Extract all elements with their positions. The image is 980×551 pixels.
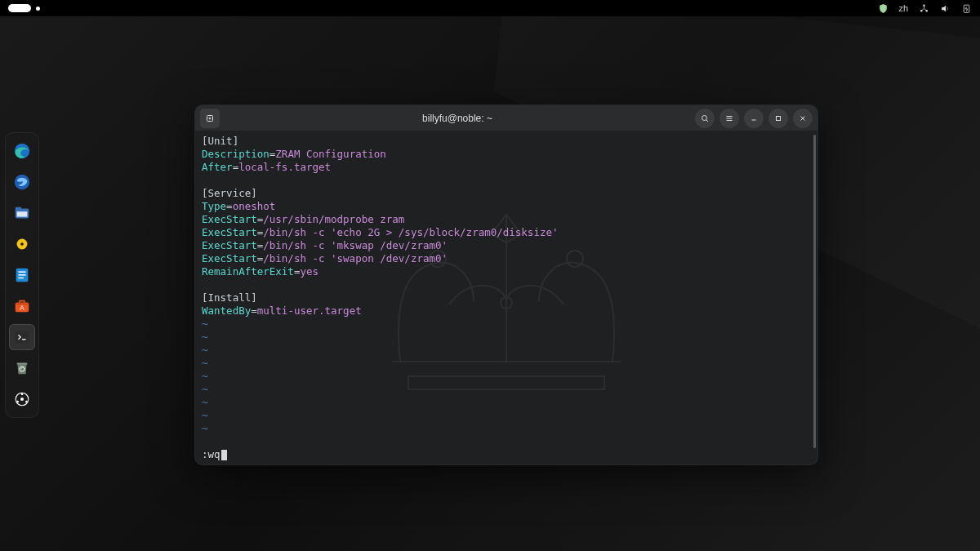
dock-item-trash[interactable] [9, 355, 35, 381]
dock-item-edge[interactable] [9, 138, 35, 164]
section-unit: [Unit] [202, 135, 238, 147]
terminal-window: billyfu@noble: ~ [194, 104, 818, 465]
vim-tilde: ~ [202, 318, 208, 330]
key-exec4: ExecStart [202, 252, 257, 264]
vim-tilde: ~ [202, 331, 208, 343]
vim-tilde: ~ [202, 422, 208, 434]
dock-item-terminal[interactable] [9, 324, 35, 350]
val-type: oneshot [233, 200, 276, 212]
val-exec1: /usr/sbin/modprobe zram [263, 213, 404, 225]
volume-icon[interactable] [939, 2, 951, 14]
svg-point-23 [20, 398, 24, 401]
hamburger-menu-button[interactable] [719, 109, 739, 128]
dock-item-software[interactable]: A [9, 293, 35, 319]
key-wantedby: WantedBy [202, 304, 251, 317]
activities-pill [8, 4, 31, 12]
vim-tilde: ~ [202, 357, 208, 369]
editor-content: [Unit] Description=ZRAM Configuration Af… [202, 135, 813, 448]
dock-item-thunderbird[interactable] [9, 169, 35, 195]
svg-rect-13 [18, 271, 25, 272]
vim-command-text: :wq [202, 448, 220, 461]
svg-rect-19 [17, 363, 28, 365]
svg-point-11 [20, 242, 24, 246]
val-exec2: /bin/sh -c 'echo 2G > /sys/block/zram0/d… [263, 226, 558, 238]
svg-point-24 [21, 393, 24, 395]
maximize-button[interactable] [768, 109, 788, 128]
vim-tilde: ~ [202, 409, 208, 421]
key-remain: RemainAfterExit [202, 265, 294, 278]
window-title: billyfu@noble: ~ [220, 113, 695, 124]
titlebar[interactable]: billyfu@noble: ~ [195, 105, 817, 131]
shield-icon[interactable] [877, 2, 889, 14]
val-wantedby: multi-user.target [257, 304, 362, 317]
search-button[interactable] [695, 109, 715, 128]
dock-item-show-apps[interactable] [9, 386, 35, 412]
section-service: [Service] [202, 187, 257, 199]
svg-rect-15 [18, 278, 23, 278]
vim-tilde: ~ [202, 344, 208, 356]
val-description: ZRAM Configuration [275, 148, 385, 160]
dock: A [5, 132, 39, 418]
svg-rect-18 [16, 331, 29, 344]
network-icon[interactable] [918, 2, 929, 14]
input-method-indicator[interactable]: zh [898, 3, 908, 13]
activities-dot [36, 7, 40, 11]
power-icon[interactable] [960, 2, 972, 14]
val-exec4: /bin/sh -c 'swapon /dev/zram0' [263, 252, 448, 264]
key-exec1: ExecStart [202, 213, 257, 225]
svg-point-25 [25, 401, 28, 403]
terminal-body[interactable]: [Unit] Description=ZRAM Configuration Af… [195, 131, 817, 464]
vim-tilde: ~ [202, 396, 208, 408]
minimize-button[interactable] [744, 109, 764, 128]
vim-tilde: ~ [202, 383, 208, 395]
close-button[interactable] [793, 109, 813, 128]
svg-point-5 [15, 175, 29, 189]
svg-point-28 [702, 115, 707, 120]
key-description: Description [202, 148, 270, 160]
section-install: [Install] [202, 291, 257, 304]
val-after: local-fs.target [238, 161, 331, 173]
key-after: After [202, 161, 233, 173]
svg-text:A: A [20, 304, 24, 312]
svg-rect-8 [17, 211, 28, 216]
vim-tilde: ~ [202, 370, 208, 382]
cursor-icon [221, 450, 227, 460]
dock-item-files[interactable] [9, 200, 35, 226]
svg-point-0 [923, 4, 924, 6]
key-exec2: ExecStart [202, 226, 257, 238]
svg-rect-14 [18, 274, 25, 275]
new-tab-button[interactable] [200, 109, 220, 128]
svg-rect-29 [777, 116, 781, 120]
val-exec3: /bin/sh -c 'mkswap /dev/zram0' [263, 239, 448, 251]
dock-item-rhythmbox[interactable] [9, 231, 35, 257]
key-type: Type [202, 200, 226, 212]
val-remain: yes [300, 265, 318, 278]
vim-command-line[interactable]: :wq [202, 448, 227, 461]
svg-rect-7 [16, 207, 21, 211]
activities-area[interactable] [8, 4, 40, 12]
key-exec3: ExecStart [202, 239, 257, 251]
svg-point-26 [16, 401, 19, 403]
top-bar: zh [0, 0, 980, 16]
dock-item-writer[interactable] [9, 262, 35, 288]
